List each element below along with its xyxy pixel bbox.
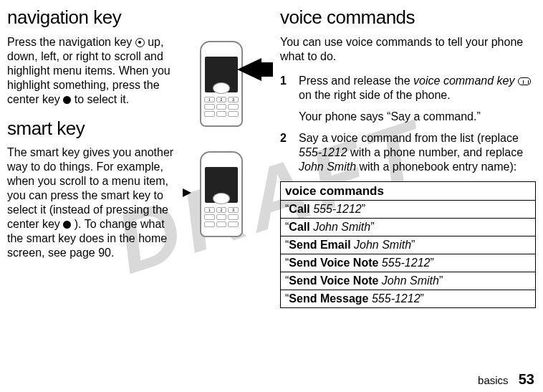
step-1-body: Press and release the voice command key …: [299, 74, 536, 102]
voice-command-key-icon: [518, 77, 531, 85]
left-column: navigation key 123 Press the navigation …: [7, 6, 263, 365]
vc-cell: “Send Email John Smith”: [281, 236, 536, 254]
step-2: 2 Say a voice command from the list (rep…: [280, 131, 536, 174]
vc-cell: “Call 555-1212”: [281, 200, 536, 218]
page-footer: basics 53: [478, 371, 534, 388]
heading-navigation-key: navigation key: [7, 6, 263, 29]
right-column: voice commands You can use voice command…: [280, 6, 536, 365]
step2-d: John Smith: [299, 161, 356, 173]
vc-cell: “Send Message 555-1212”: [281, 290, 536, 307]
table-row: “Send Voice Note John Smith”: [281, 272, 536, 290]
center-key-icon-2: [63, 221, 71, 229]
vc-table-header: voice commands: [281, 181, 536, 200]
step-1-followup: Your phone says “Say a command.”: [299, 110, 536, 124]
footer-section: basics: [478, 374, 509, 386]
vc-cell: “Send Voice Note John Smith”: [281, 272, 536, 290]
step2-a: Say a voice command from the list (repla…: [299, 132, 519, 144]
nav-text-a: Press the navigation key: [7, 36, 135, 48]
step2-b: 555-1212: [299, 146, 347, 158]
table-row: “Send Voice Note 555-1212”: [281, 254, 536, 272]
table-row: “Send Message 555-1212”: [281, 290, 536, 307]
step1-a: Press and release the: [299, 75, 413, 87]
step-1: 1 Press and release the voice command ke…: [280, 74, 536, 102]
heading-voice-commands: voice commands: [280, 6, 536, 29]
table-row: “Call 555-1212”: [281, 200, 536, 218]
page-columns: navigation key 123 Press the navigation …: [0, 0, 543, 365]
step2-e: with a phonebook entry name):: [360, 161, 517, 173]
phone-illustration-1: 123: [178, 35, 263, 135]
phone-illustration-2: 123: [178, 145, 263, 246]
step-2-number: 2: [280, 131, 290, 174]
vc-cell: “Call John Smith”: [281, 218, 536, 236]
vc-cell: “Send Voice Note 555-1212”: [281, 254, 536, 272]
voice-commands-table: voice commands “Call 555-1212”“Call John…: [280, 181, 536, 308]
nav-text-c: to select it.: [75, 93, 129, 105]
step-1-number: 1: [280, 74, 290, 102]
voice-commands-intro: You can use voice commands to tell your …: [280, 35, 536, 64]
center-key-icon: [63, 96, 71, 104]
navigation-key-icon: [135, 38, 145, 47]
table-row: “Call John Smith”: [281, 218, 536, 236]
step-2-body: Say a voice command from the list (repla…: [299, 131, 536, 174]
step2-c: with a phone number, and replace: [350, 146, 523, 158]
footer-page-number: 53: [519, 371, 534, 387]
table-row: “Send Email John Smith”: [281, 236, 536, 254]
step1-b: voice command key: [413, 75, 514, 87]
step1-c: on the right side of the phone.: [299, 89, 451, 101]
